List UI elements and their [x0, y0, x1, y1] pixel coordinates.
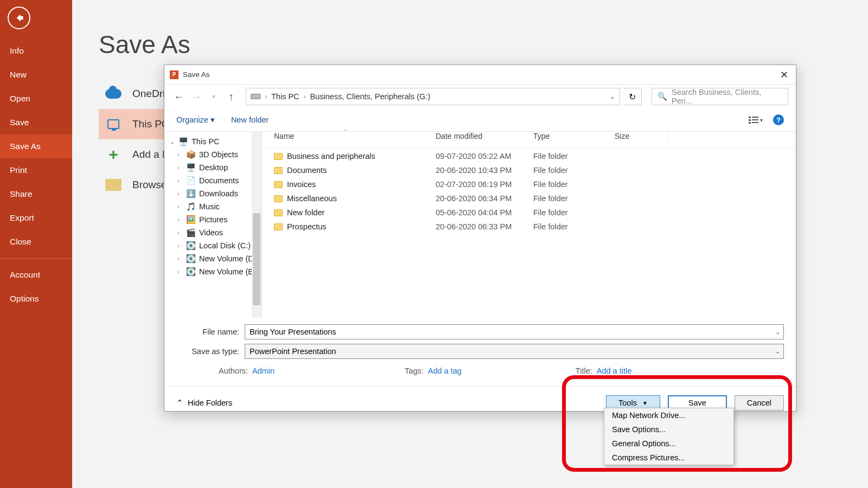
sidebar-item-print[interactable]: Print [0, 158, 72, 182]
tree-item[interactable]: ›🎵Music [164, 200, 261, 213]
sidebar-item-options[interactable]: Options [0, 287, 72, 311]
sidebar-item-save[interactable]: Save [0, 111, 72, 134]
tree-item[interactable]: ›📦3D Objects [164, 148, 261, 161]
file-row[interactable]: Documents20-06-2020 10:43 PMFile folder [262, 163, 796, 177]
tags-value[interactable]: Add a tag [428, 367, 462, 375]
cancel-button[interactable]: Cancel [735, 395, 784, 410]
tree-caret-icon[interactable]: › [177, 203, 183, 210]
tree-item[interactable]: ›💽New Volume (D:) [164, 252, 261, 265]
back-button[interactable] [8, 7, 30, 29]
svg-rect-2 [749, 119, 751, 121]
nav-recent-icon[interactable]: ▾ [207, 89, 221, 104]
file-type: File folder [533, 180, 615, 189]
tree-caret-icon[interactable]: › [177, 151, 183, 158]
chevron-down-icon[interactable]: ⌄ [775, 348, 780, 355]
refresh-icon[interactable]: ↻ [623, 88, 642, 105]
filename-input[interactable]: Bring Your Presentations⌄ [245, 324, 784, 339]
chevron-up-icon: ⌃ [176, 399, 183, 407]
file-row[interactable]: New folder05-06-2020 04:04 PMFile folder [262, 206, 796, 220]
tree-item[interactable]: ›🖥️Desktop [164, 161, 261, 174]
breadcrumb-segment[interactable]: Business, Clients, Peripherals (G:) [310, 92, 431, 101]
column-date[interactable]: Date modified [436, 132, 533, 147]
savetype-label: Save as type: [176, 347, 245, 356]
title-value[interactable]: Add a title [597, 367, 632, 375]
downloads-icon: ⬇️ [186, 189, 196, 198]
tree-label: Pictures [199, 215, 227, 224]
address-bar[interactable]: › This PC › Business, Clients, Periphera… [246, 88, 620, 105]
tree-caret-icon[interactable]: › [177, 229, 183, 236]
tree-item[interactable]: ›⬇️Downloads [164, 187, 261, 200]
tree-caret-icon[interactable]: › [177, 164, 183, 171]
dialog-navbar: ← → ▾ ↑ › This PC › Business, Clients, P… [164, 85, 796, 108]
tree-caret-icon[interactable]: › [177, 177, 183, 184]
sort-indicator-icon: ⌃ [343, 129, 348, 134]
file-type: File folder [533, 166, 615, 175]
tree-caret-icon[interactable]: › [177, 242, 183, 249]
tools-menu-item[interactable]: General Options... [604, 436, 733, 451]
file-row[interactable]: Prospectus20-06-2020 06:33 PMFile folder [262, 220, 796, 234]
file-name: New folder [287, 208, 324, 217]
monitor-icon [104, 117, 123, 132]
column-size[interactable]: Size [615, 132, 669, 147]
file-date: 20-06-2020 10:43 PM [436, 166, 533, 175]
nav-up-icon[interactable]: ↑ [224, 89, 238, 104]
sidebar-item-save-as[interactable]: Save As [0, 134, 72, 158]
nav-forward-icon[interactable]: → [189, 89, 203, 104]
sidebar-item-share[interactable]: Share [0, 182, 72, 206]
file-date: 20-06-2020 06:33 PM [436, 222, 533, 231]
tools-menu-item[interactable]: Map Network Drive... [604, 408, 733, 422]
file-row[interactable]: Business and peripherals09-07-2020 05:22… [262, 149, 796, 163]
tree-caret-icon[interactable]: › [177, 216, 183, 223]
file-name: Miscellaneous [287, 194, 337, 203]
videos-icon: 🎬 [186, 228, 196, 237]
file-row[interactable]: Invoices02-07-2020 06:19 PMFile folder [262, 177, 796, 191]
tree-caret-icon[interactable]: › [177, 190, 183, 197]
folder-icon [274, 209, 283, 216]
file-row[interactable]: Miscellaneous20-06-2020 06:34 PMFile fol… [262, 191, 796, 206]
tree-caret-icon[interactable]: › [177, 268, 183, 275]
sidebar-item-open[interactable]: Open [0, 87, 72, 111]
view-options-button[interactable]: ▾ [748, 113, 763, 126]
breadcrumb-segment[interactable]: This PC [271, 92, 299, 101]
tree-item[interactable]: ›🖼️Pictures [164, 213, 261, 226]
column-name[interactable]: Name⌃ [262, 132, 436, 147]
sidebar-item-account[interactable]: Account [0, 263, 72, 287]
savetype-select[interactable]: PowerPoint Presentation⌄ [245, 344, 784, 359]
chevron-down-icon[interactable]: ⌄ [610, 93, 615, 100]
organize-button[interactable]: Organize ▾ [176, 115, 215, 124]
filename-label: File name: [176, 328, 245, 336]
sidebar-item-info[interactable]: Info [0, 39, 72, 63]
file-date: 05-06-2020 04:04 PM [436, 208, 533, 217]
tree-item[interactable]: ›💽Local Disk (C:) [164, 239, 261, 252]
tree-item[interactable]: ›📄Documents [164, 174, 261, 187]
column-type[interactable]: Type [533, 132, 615, 147]
close-icon[interactable]: ✕ [775, 67, 793, 82]
tree-caret-icon[interactable]: ⌄ [170, 138, 175, 145]
file-date: 20-06-2020 06:34 PM [436, 194, 533, 203]
chevron-down-icon[interactable]: ⌄ [775, 329, 780, 336]
new-folder-button[interactable]: New folder [231, 115, 269, 124]
tree-item[interactable]: ›🎬Videos [164, 226, 261, 239]
page-title: Save As [99, 30, 190, 59]
hide-folders-button[interactable]: ⌃Hide Folders [176, 399, 232, 407]
file-name: Business and peripherals [287, 152, 375, 160]
tools-menu-item[interactable]: Save Options... [604, 422, 733, 436]
authors-value[interactable]: Admin [252, 367, 275, 375]
sidebar-item-export[interactable]: Export [0, 206, 72, 230]
file-name: Prospectus [287, 222, 327, 231]
scrollbar[interactable] [252, 132, 261, 318]
sidebar-item-close[interactable]: Close [0, 230, 72, 254]
file-type: File folder [533, 208, 615, 217]
nav-back-icon[interactable]: ← [172, 89, 186, 104]
file-type: File folder [533, 194, 615, 203]
scrollbar-thumb[interactable] [253, 213, 260, 305]
tree-item[interactable]: ⌄🖥️This PC [164, 135, 261, 148]
chevron-down-icon: ▼ [642, 400, 648, 406]
sidebar-item-new[interactable]: New [0, 63, 72, 87]
tree-caret-icon[interactable]: › [177, 255, 183, 262]
search-input[interactable]: 🔍 Search Business, Clients, Peri... [652, 88, 788, 105]
file-name: Documents [287, 166, 327, 175]
tools-menu-item[interactable]: Compress Pictures... [604, 451, 733, 465]
tree-item[interactable]: ›💽New Volume (E:) [164, 265, 261, 278]
help-icon[interactable]: ? [773, 114, 784, 125]
